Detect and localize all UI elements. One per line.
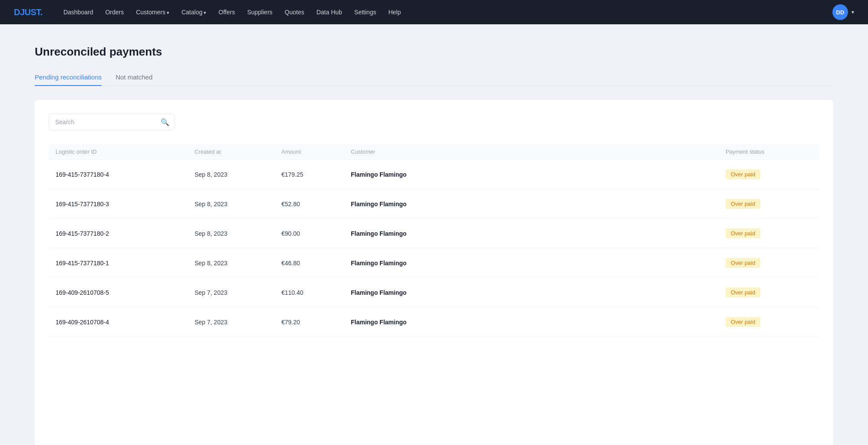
table-row[interactable]: 169-415-7377180-4Sep 8, 2023€179.25Flami…: [49, 160, 819, 189]
customer-cell: Flamingo Flamingo: [351, 171, 726, 178]
search-input[interactable]: [49, 114, 175, 130]
amount-cell: €52.80: [281, 201, 351, 208]
nav-link-data-hub[interactable]: Data Hub: [317, 9, 342, 16]
status-badge: Over paid: [726, 169, 760, 179]
content-card: 🔍 Logistic order IDCreated atAmountCusto…: [35, 100, 833, 445]
order-id-cell: 169-415-7377180-2: [56, 230, 195, 237]
table-row[interactable]: 169-409-2610708-5Sep 7, 2023€110.40Flami…: [49, 278, 819, 307]
table-row[interactable]: 169-409-2610708-4Sep 7, 2023€79.20Flamin…: [49, 307, 819, 337]
customer-cell: Flamingo Flamingo: [351, 289, 726, 296]
tabs-container: Pending reconciliationsNot matched: [35, 69, 833, 86]
table-body: 169-415-7377180-4Sep 8, 2023€179.25Flami…: [49, 159, 819, 337]
tab-0[interactable]: Pending reconciliations: [35, 69, 102, 86]
nav-right: DD ▾: [832, 4, 854, 20]
amount-cell: €90.00: [281, 230, 351, 237]
date-cell: Sep 7, 2023: [195, 319, 281, 326]
status-cell: Over paid: [726, 199, 812, 209]
nav-link-quotes[interactable]: Quotes: [285, 9, 304, 16]
order-id-cell: 169-415-7377180-4: [56, 171, 195, 178]
table-row[interactable]: 169-415-7377180-3Sep 8, 2023€52.80Flamin…: [49, 189, 819, 219]
status-cell: Over paid: [726, 228, 812, 238]
table-row[interactable]: 169-415-7377180-2Sep 8, 2023€90.00Flamin…: [49, 219, 819, 248]
table-row[interactable]: 169-415-7377180-1Sep 8, 2023€46.80Flamin…: [49, 248, 819, 278]
status-badge: Over paid: [726, 228, 760, 238]
column-header-customer: Customer: [351, 148, 726, 155]
nav-link-help[interactable]: Help: [388, 9, 401, 16]
date-cell: Sep 8, 2023: [195, 260, 281, 267]
page-title: Unreconciled payments: [35, 45, 833, 59]
table-header: Logistic order IDCreated atAmountCustome…: [49, 144, 819, 159]
status-badge: Over paid: [726, 287, 760, 297]
status-badge: Over paid: [726, 317, 760, 327]
date-cell: Sep 8, 2023: [195, 171, 281, 178]
navbar: DJUST. DashboardOrdersCustomersCatalogOf…: [0, 0, 868, 24]
tab-1[interactable]: Not matched: [116, 69, 152, 86]
column-header-payment-status: Payment status: [726, 148, 812, 155]
date-cell: Sep 8, 2023: [195, 201, 281, 208]
avatar[interactable]: DD: [832, 4, 848, 20]
status-badge: Over paid: [726, 258, 760, 268]
order-id-cell: 169-415-7377180-3: [56, 201, 195, 208]
customer-cell: Flamingo Flamingo: [351, 201, 726, 208]
status-cell: Over paid: [726, 287, 812, 297]
status-cell: Over paid: [726, 169, 812, 179]
logo[interactable]: DJUST.: [14, 7, 43, 17]
column-header-created-at: Created at: [195, 148, 281, 155]
nav-link-suppliers[interactable]: Suppliers: [247, 9, 272, 16]
status-badge: Over paid: [726, 199, 760, 209]
column-header-amount: Amount: [281, 148, 351, 155]
order-id-cell: 169-409-2610708-4: [56, 319, 195, 326]
nav-links: DashboardOrdersCustomersCatalogOffersSup…: [63, 9, 818, 16]
search-wrapper: 🔍: [49, 114, 175, 130]
amount-cell: €110.40: [281, 289, 351, 296]
status-cell: Over paid: [726, 258, 812, 268]
customer-cell: Flamingo Flamingo: [351, 260, 726, 267]
order-id-cell: 169-415-7377180-1: [56, 260, 195, 267]
order-id-cell: 169-409-2610708-5: [56, 289, 195, 296]
nav-link-offers[interactable]: Offers: [218, 9, 235, 16]
customer-cell: Flamingo Flamingo: [351, 319, 726, 326]
amount-cell: €179.25: [281, 171, 351, 178]
nav-link-dashboard[interactable]: Dashboard: [63, 9, 93, 16]
nav-link-catalog[interactable]: Catalog: [182, 9, 206, 16]
nav-link-customers[interactable]: Customers: [136, 9, 169, 16]
main-content: Unreconciled payments Pending reconcilia…: [0, 24, 868, 445]
chevron-down-icon[interactable]: ▾: [851, 9, 854, 15]
status-cell: Over paid: [726, 317, 812, 327]
date-cell: Sep 8, 2023: [195, 230, 281, 237]
customer-cell: Flamingo Flamingo: [351, 230, 726, 237]
nav-link-settings[interactable]: Settings: [354, 9, 376, 16]
amount-cell: €79.20: [281, 319, 351, 326]
column-header-logistic-order-id: Logistic order ID: [56, 148, 195, 155]
date-cell: Sep 7, 2023: [195, 289, 281, 296]
amount-cell: €46.80: [281, 260, 351, 267]
nav-link-orders[interactable]: Orders: [105, 9, 124, 16]
